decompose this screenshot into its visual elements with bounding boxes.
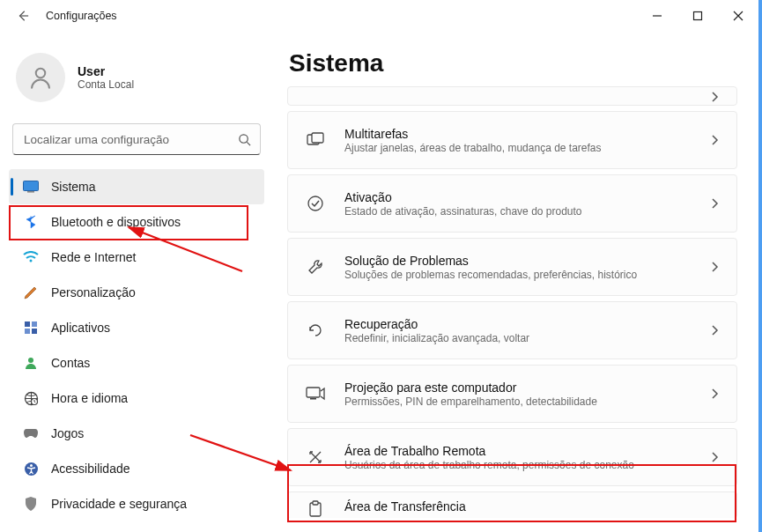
maximize-icon	[692, 11, 703, 21]
search-box[interactable]	[12, 123, 261, 155]
account-subtitle: Conta Local	[78, 78, 134, 91]
nav-item-privacy[interactable]: Privacidade e segurança	[9, 486, 264, 521]
paintbrush-icon	[23, 284, 39, 300]
nav-label: Aplicativos	[51, 321, 110, 335]
account-block[interactable]: User Conta Local	[9, 41, 264, 123]
nav-label: Hora e idioma	[51, 391, 128, 405]
card-subtitle: Estado de ativação, assinaturas, chave d…	[344, 205, 691, 218]
page-title: Sistema	[289, 49, 737, 78]
chevron-right-icon	[710, 134, 719, 146]
nav-item-network[interactable]: Rede e Internet	[9, 240, 264, 275]
nav-label: Acessibilidade	[51, 462, 130, 476]
settings-item-projection[interactable]: Projeção para este computador Permissões…	[287, 365, 737, 423]
card-subtitle: Usuários da área de trabalho remota, per…	[344, 459, 691, 471]
svg-rect-6	[25, 321, 30, 327]
search-icon	[238, 133, 251, 146]
card-text: Projeção para este computador Permissões…	[344, 381, 691, 408]
nav-item-apps[interactable]: Aplicativos	[9, 310, 264, 345]
card-title: Solução de Problemas	[344, 254, 691, 268]
system-icon	[23, 179, 39, 195]
nav-label: Privacidade e segurança	[51, 497, 187, 511]
settings-item-troubleshoot[interactable]: Solução de Problemas Soluções de problem…	[287, 238, 737, 296]
card-title: Projeção para este computador	[344, 381, 691, 395]
card-subtitle: Redefinir, inicialização avançada, volta…	[344, 332, 691, 344]
card-title: Ativação	[344, 190, 691, 204]
avatar	[16, 53, 65, 102]
chevron-right-icon	[710, 91, 719, 103]
title-bar: Configurações	[0, 0, 762, 32]
clipboard-icon	[306, 499, 325, 519]
card-subtitle: Ajustar janelas, áreas de trabalho, muda…	[344, 142, 691, 154]
nav-item-time[interactable]: Hora e idioma	[9, 381, 264, 416]
sidebar: User Conta Local Sistema Bluetooth e dis…	[0, 32, 273, 532]
nav-item-personalization[interactable]: Personalização	[9, 275, 264, 310]
svg-point-14	[30, 464, 33, 467]
settings-item-multitasking[interactable]: Multitarefas Ajustar janelas, áreas de t…	[287, 111, 737, 169]
projection-icon	[306, 384, 325, 403]
nav-label: Sistema	[51, 180, 96, 194]
nav-label: Bluetooth e dispositivos	[51, 215, 181, 229]
bluetooth-icon	[23, 214, 39, 230]
svg-rect-21	[313, 501, 318, 505]
svg-rect-18	[307, 388, 320, 397]
chevron-right-icon	[710, 261, 719, 273]
card-text: Solução de Problemas Soluções de problem…	[344, 254, 691, 281]
nav-item-system[interactable]: Sistema	[9, 169, 264, 204]
remote-desktop-icon	[306, 447, 325, 467]
maximize-button[interactable]	[677, 2, 718, 30]
nav-label: Contas	[51, 356, 90, 370]
svg-point-2	[240, 134, 248, 142]
wrench-icon	[306, 257, 325, 277]
nav-label: Jogos	[51, 426, 84, 440]
gamepad-icon	[23, 425, 39, 441]
svg-point-17	[308, 196, 322, 211]
nav-item-accounts[interactable]: Contas	[9, 345, 264, 381]
nav-label: Rede e Internet	[51, 250, 137, 264]
chevron-right-icon	[710, 388, 719, 400]
settings-item-recovery[interactable]: Recuperação Redefinir, inicialização ava…	[287, 301, 737, 359]
chevron-right-icon	[710, 197, 719, 210]
svg-rect-7	[32, 321, 37, 327]
settings-item-cut[interactable]	[287, 86, 737, 106]
svg-point-1	[36, 69, 46, 78]
minimize-icon	[652, 11, 662, 21]
accessibility-icon	[23, 461, 39, 477]
recovery-icon	[306, 321, 325, 340]
svg-rect-9	[32, 329, 37, 334]
check-circle-icon	[306, 194, 325, 213]
card-text: Multitarefas Ajustar janelas, áreas de t…	[344, 127, 691, 154]
card-title: Multitarefas	[344, 127, 691, 141]
search-input[interactable]	[22, 132, 231, 147]
apps-icon	[23, 320, 39, 336]
settings-item-activation[interactable]: Ativação Estado de ativação, assinaturas…	[287, 174, 737, 233]
svg-point-5	[30, 260, 33, 262]
card-text: Área de Trabalho Remota Usuários da área…	[344, 444, 691, 471]
main-pane: Sistema Multitarefas Ajustar janelas, ár…	[273, 32, 762, 532]
settings-item-clipboard[interactable]: Área de Transferência	[287, 491, 737, 518]
nav-item-gaming[interactable]: Jogos	[9, 416, 264, 451]
nav-item-bluetooth[interactable]: Bluetooth e dispositivos	[9, 204, 264, 240]
wifi-icon	[23, 249, 39, 265]
window-border-edge	[758, 0, 762, 532]
account-name: User	[78, 64, 134, 78]
card-subtitle: Permissões, PIN de emparelhamento, detec…	[344, 395, 691, 408]
svg-rect-16	[312, 133, 323, 143]
nav-item-accessibility[interactable]: Acessibilidade	[9, 451, 264, 486]
card-text: Recuperação Redefinir, inicialização ava…	[344, 317, 691, 344]
back-button[interactable]	[9, 2, 37, 30]
shield-icon	[23, 496, 39, 512]
close-button[interactable]	[718, 2, 758, 30]
svg-rect-8	[25, 329, 30, 334]
minimize-button[interactable]	[637, 2, 677, 30]
settings-item-remote-desktop[interactable]: Área de Trabalho Remota Usuários da área…	[287, 428, 737, 486]
card-title: Recuperação	[344, 317, 691, 331]
window-title: Configurações	[46, 10, 117, 22]
card-text: Área de Transferência	[344, 499, 719, 514]
chevron-right-icon	[710, 324, 719, 336]
svg-rect-3	[24, 181, 39, 191]
card-title: Área de Transferência	[344, 499, 719, 514]
multitask-icon	[306, 130, 325, 150]
nav-list: Sistema Bluetooth e dispositivos Rede e …	[9, 169, 264, 521]
globe-icon	[23, 390, 39, 406]
svg-point-10	[28, 358, 33, 363]
